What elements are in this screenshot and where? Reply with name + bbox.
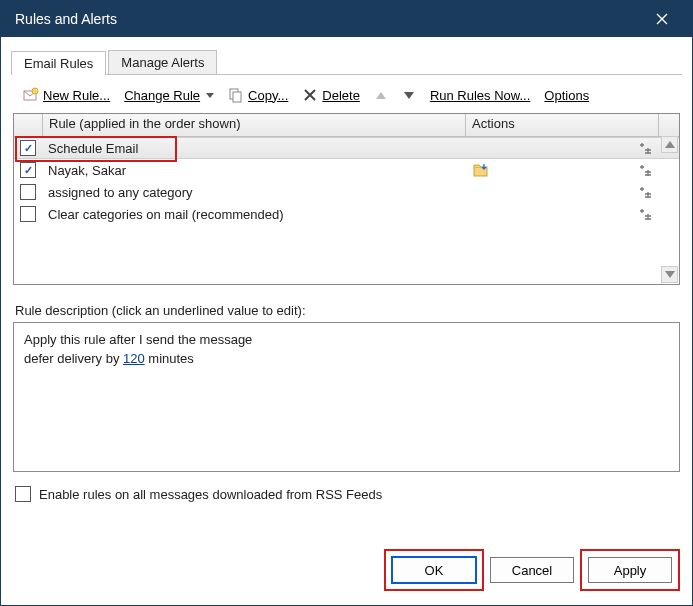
move-down-button[interactable] xyxy=(398,90,420,101)
close-button[interactable] xyxy=(642,1,682,37)
arrow-down-icon xyxy=(404,92,414,99)
chevron-down-icon xyxy=(206,93,214,98)
ok-button[interactable]: OK xyxy=(392,557,476,583)
rule-name: assigned to any category xyxy=(48,185,193,200)
rule-checkbox[interactable]: ✓ xyxy=(20,140,36,156)
folder-icon xyxy=(473,163,489,177)
run-rules-button[interactable]: Run Rules Now... xyxy=(426,86,534,105)
gear-icon xyxy=(637,184,653,200)
new-rule-button[interactable]: New Rule... xyxy=(19,85,114,105)
close-icon xyxy=(655,12,669,26)
col-rule[interactable]: Rule (applied in the order shown) xyxy=(43,114,466,136)
table-row[interactable]: ✓Nayak, Sakar xyxy=(14,159,679,181)
rules-header: Rule (applied in the order shown) Action… xyxy=(14,114,679,137)
table-row[interactable]: ✓Schedule Email xyxy=(14,137,679,159)
new-rule-icon xyxy=(23,87,39,103)
gear-icon xyxy=(637,206,653,222)
cancel-button[interactable]: Cancel xyxy=(490,557,574,583)
tab-email-rules[interactable]: Email Rules xyxy=(11,51,106,75)
svg-rect-3 xyxy=(233,92,241,102)
gear-icon xyxy=(637,162,653,178)
change-rule-button[interactable]: Change Rule xyxy=(120,86,218,105)
tab-manage-alerts[interactable]: Manage Alerts xyxy=(108,50,217,75)
rss-checkbox[interactable] xyxy=(15,486,31,502)
scrollbar[interactable] xyxy=(661,136,678,283)
arrow-up-icon xyxy=(376,92,386,99)
rules-rows: ✓Schedule Email✓Nayak, Sakarassigned to … xyxy=(14,137,679,284)
rss-label: Enable rules on all messages downloaded … xyxy=(39,487,382,502)
rule-name: Schedule Email xyxy=(48,141,138,156)
svg-point-1 xyxy=(32,88,38,94)
titlebar: Rules and Alerts xyxy=(1,1,692,37)
table-row[interactable]: Clear categories on mail (recommended) xyxy=(14,203,679,225)
desc-line-2: defer delivery by 120 minutes xyxy=(24,350,669,369)
rss-option[interactable]: Enable rules on all messages downloaded … xyxy=(15,486,680,502)
desc-line-1: Apply this rule after I send the message xyxy=(24,331,669,350)
copy-button[interactable]: Copy... xyxy=(224,85,292,105)
scroll-up-icon xyxy=(661,136,678,153)
rule-checkbox[interactable] xyxy=(20,184,36,200)
delete-icon xyxy=(302,87,318,103)
apply-button[interactable]: Apply xyxy=(588,557,672,583)
copy-icon xyxy=(228,87,244,103)
description-label: Rule description (click an underlined va… xyxy=(15,303,680,318)
delete-button[interactable]: Delete xyxy=(298,85,364,105)
rule-checkbox[interactable] xyxy=(20,206,36,222)
toolbar: New Rule... Change Rule Copy... Delete xyxy=(11,75,682,113)
footer: OK Cancel Apply xyxy=(11,557,682,595)
scroll-down-icon xyxy=(661,266,678,283)
window-title: Rules and Alerts xyxy=(15,11,117,27)
rule-checkbox[interactable]: ✓ xyxy=(20,162,36,178)
options-button[interactable]: Options xyxy=(540,86,593,105)
gear-icon xyxy=(637,140,653,156)
rules-list: Rule (applied in the order shown) Action… xyxy=(13,113,680,285)
rules-and-alerts-dialog: Rules and Alerts Email Rules Manage Aler… xyxy=(0,0,693,606)
table-row[interactable]: assigned to any category xyxy=(14,181,679,203)
rule-name: Clear categories on mail (recommended) xyxy=(48,207,284,222)
defer-minutes-link[interactable]: 120 xyxy=(123,351,145,366)
dialog-body: Email Rules Manage Alerts New Rule... Ch… xyxy=(1,37,692,605)
move-up-button[interactable] xyxy=(370,90,392,101)
description-box: Apply this rule after I send the message… xyxy=(13,322,680,472)
tab-strip: Email Rules Manage Alerts xyxy=(11,49,682,75)
col-actions[interactable]: Actions xyxy=(466,114,659,136)
rule-name: Nayak, Sakar xyxy=(48,163,126,178)
